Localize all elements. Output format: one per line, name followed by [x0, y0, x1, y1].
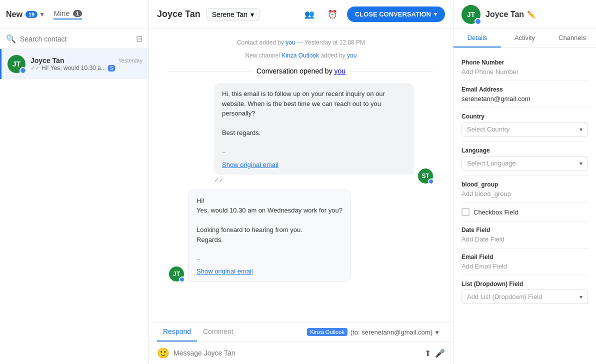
list-item[interactable]: JT Joyce Tan Yesterday ✓✓ Hi! Yes, would… [0, 49, 148, 79]
contact-name: Joyce Tan [30, 56, 64, 64]
system-link[interactable]: you [334, 67, 346, 75]
channel-badge: S [108, 65, 116, 72]
mic-icon[interactable]: 🎤 [435, 348, 445, 358]
tab-channels[interactable]: Channels [548, 29, 596, 48]
channel-selector[interactable]: Kinza Outlook (to: serenetann@gmail.com)… [301, 322, 445, 342]
chevron-down-icon: ▾ [580, 160, 582, 167]
assignee-name: Serene Tan [212, 10, 248, 18]
system-message: Contact added by you — Yesterday at 12:0… [169, 39, 433, 46]
field-label: Country [462, 113, 588, 120]
chevron-down-icon: ▾ [436, 328, 439, 336]
chat-footer: Respond Comment Kinza Outlook (to: seren… [149, 322, 453, 364]
divider-text: Conversation opened by you [256, 67, 346, 75]
close-conversation-button[interactable]: CLOSE CONVERSATION ▾ [347, 6, 445, 22]
avatar: JT [8, 55, 26, 73]
chevron-down-icon: ▾ [40, 11, 44, 18]
avatar: JT [462, 5, 480, 24]
field-value[interactable]: Add blood_group [462, 190, 588, 198]
field-value[interactable]: Add Phone Number [462, 68, 588, 76]
field-label: List (Dropdown) Field [462, 280, 588, 288]
avatar: JT [169, 266, 184, 282]
attach-icon[interactable]: ⬆ [424, 348, 431, 358]
field-value[interactable]: Add Email Field [462, 262, 588, 270]
sidebar-header: New 19 ▾ Mine 1 [0, 0, 148, 29]
field-label: Date Field [462, 226, 588, 234]
language-field: Language Select Language ▾ [462, 142, 588, 176]
filter-icon[interactable]: ⊟ [136, 34, 142, 44]
message-text: Hi, this email is to follow up on your r… [222, 89, 406, 158]
main-header: Joyce Tan Serene Tan ▾ 👥 ⏰ CLOSE CONVERS… [149, 0, 453, 29]
edit-icon[interactable]: ✏️ [527, 10, 536, 18]
tab-mine[interactable]: Mine 1 [54, 9, 82, 20]
tab-mine-badge: 1 [73, 10, 82, 17]
blood-group-field: blood_group Add blood_group [462, 176, 588, 203]
search-icon: 🔍 [6, 34, 16, 44]
language-dropdown[interactable]: Select Language ▾ [462, 156, 588, 170]
message-input-area: 🙂 ⬆ 🎤 [149, 342, 453, 364]
system-link[interactable]: Kinza Outlook [282, 52, 319, 59]
country-field: Country Select Country ▾ [462, 108, 588, 142]
system-link[interactable]: you [286, 39, 295, 46]
field-label: blood_group [462, 181, 588, 188]
field-label: Email Address [462, 86, 588, 93]
sidebar: New 19 ▾ Mine 1 🔍 ⊟ JT [0, 0, 149, 364]
checkbox-input[interactable] [462, 208, 470, 216]
channel-badge: Kinza Outlook [307, 328, 347, 336]
check-icon: ✓✓ [214, 176, 224, 184]
right-panel-header: JT Joyce Tan ✏️ [454, 0, 596, 29]
checkbox-label: Checkbox Field [474, 208, 518, 216]
tab-comment[interactable]: Comment [197, 322, 240, 342]
tab-respond[interactable]: Respond [157, 322, 197, 342]
show-original-link[interactable]: Show original email [196, 268, 253, 275]
right-panel-tabs: Details Activity Channels [454, 29, 596, 48]
list-dropdown[interactable]: Add List (Dropdown) Field ▾ [462, 290, 588, 304]
alarm-icon-button[interactable]: ⏰ [324, 6, 341, 23]
contact-list: JT Joyce Tan Yesterday ✓✓ Hi! Yes, would… [0, 49, 148, 364]
message-input[interactable] [174, 349, 420, 357]
list-dropdown-field: List (Dropdown) Field Add List (Dropdown… [462, 276, 588, 309]
search-input[interactable] [20, 35, 132, 43]
preview-text: Hi! Yes, would 10.30 a... [42, 64, 106, 72]
tab-mine-label: Mine [54, 9, 70, 18]
field-value[interactable]: Add Date Field [462, 236, 588, 243]
check-icon: ✓✓ [30, 65, 40, 72]
page-title: Joyce Tan [157, 9, 200, 20]
dropdown-text: Add List (Dropdown) Field [467, 293, 542, 300]
contact-time: Yesterday [118, 58, 142, 64]
field-label: Language [462, 147, 588, 154]
footer-tabs: Respond Comment Kinza Outlook (to: seren… [149, 322, 453, 342]
main-chat: Joyce Tan Serene Tan ▾ 👥 ⏰ CLOSE CONVERS… [149, 0, 454, 364]
tab-new-badge: 19 [26, 11, 38, 18]
message-text: Hi!Yes, would 10.30 am on Wednesday work… [196, 196, 342, 264]
divider-line [350, 71, 433, 72]
dropdown-text: Select Language [467, 160, 516, 167]
date-field: Date Field Add Date Field [462, 222, 588, 248]
emoji-button[interactable]: 🙂 [157, 347, 170, 359]
field-label: Email Field [462, 254, 588, 260]
channel-sub: (to: serenetann@gmail.com) [350, 328, 432, 336]
system-link[interactable]: you [347, 52, 356, 59]
system-message: New channel Kinza Outlook added by you [169, 52, 433, 59]
checkbox-field: Checkbox Field [462, 203, 588, 222]
field-label: Phone Number [462, 59, 588, 66]
channel-indicator [474, 18, 482, 25]
search-bar: 🔍 ⊟ [0, 29, 148, 49]
message-bubble: Hi, this email is to follow up on your r… [214, 83, 414, 174]
tab-new[interactable]: New 19 ▾ [6, 10, 44, 19]
chevron-down-icon: ▾ [434, 11, 437, 18]
chevron-down-icon: ▾ [580, 294, 582, 300]
show-original-link[interactable]: Show original email [222, 161, 278, 168]
sidebar-tabs: New 19 ▾ Mine 1 [6, 9, 82, 20]
right-panel: JT Joyce Tan ✏️ Details Activity Channel… [454, 0, 596, 364]
contact-name: Joyce Tan [486, 10, 524, 19]
email-address-field: Email Address serenetann@gmail.com [462, 81, 588, 108]
avatar: ST [418, 168, 433, 184]
team-icon-button[interactable]: 👥 [301, 6, 318, 23]
tab-activity[interactable]: Activity [501, 29, 548, 48]
system-divider: Conversation opened by you [169, 67, 433, 75]
contact-preview: ✓✓ Hi! Yes, would 10.30 a... S [30, 64, 142, 72]
country-dropdown[interactable]: Select Country ▾ [462, 122, 588, 136]
tab-details[interactable]: Details [454, 29, 501, 48]
email-field: Email Field Add Email Field [462, 248, 588, 276]
assignee-select[interactable]: Serene Tan ▾ [206, 8, 260, 21]
